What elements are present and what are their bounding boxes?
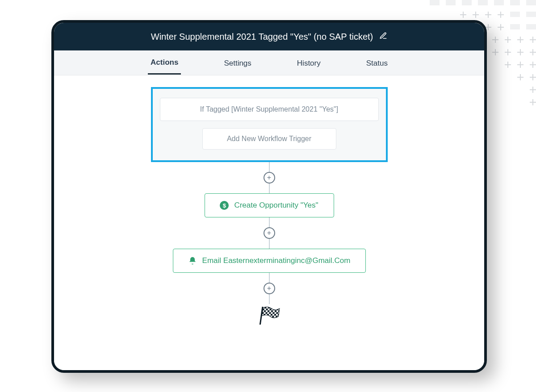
connector-2: +: [264, 217, 275, 249]
app-window: Winter Supplemental 2021 Tagged "Yes" (n…: [51, 20, 487, 373]
step-label: Email Easternexterminatinginc@Gmail.Com: [202, 256, 351, 265]
trigger-container: If Tagged [Winter Supplemental 2021 "Yes…: [151, 87, 388, 162]
trigger-condition[interactable]: If Tagged [Winter Supplemental 2021 "Yes…: [160, 98, 379, 121]
plus-circle-icon[interactable]: +: [264, 227, 275, 239]
plus-circle-icon[interactable]: +: [264, 172, 275, 183]
workflow-canvas: If Tagged [Winter Supplemental 2021 "Yes…: [54, 75, 484, 370]
tab-history[interactable]: History: [294, 52, 323, 74]
plus-circle-icon[interactable]: +: [264, 283, 275, 294]
tab-actions[interactable]: Actions: [148, 51, 181, 75]
header-bar: Winter Supplemental 2021 Tagged "Yes" (n…: [54, 23, 484, 50]
tab-settings[interactable]: Settings: [221, 52, 254, 74]
page-title: Winter Supplemental 2021 Tagged "Yes" (n…: [151, 32, 373, 42]
finish-flag-icon: [258, 307, 281, 329]
tab-status[interactable]: Status: [364, 52, 390, 74]
pencil-icon[interactable]: [379, 32, 387, 42]
dollar-icon: $: [220, 201, 229, 210]
add-trigger-button[interactable]: Add New Workflow Trigger: [202, 128, 336, 150]
step-send-email[interactable]: Email Easternexterminatinginc@Gmail.Com: [173, 249, 366, 273]
step-create-opportunity[interactable]: $ Create Opportunity "Yes": [205, 193, 334, 217]
connector-1: +: [264, 162, 275, 193]
bell-icon: [188, 256, 197, 265]
connector-3: +: [264, 273, 275, 304]
tab-bar: Actions Settings History Status: [54, 50, 484, 75]
step-label: Create Opportunity "Yes": [234, 201, 318, 210]
